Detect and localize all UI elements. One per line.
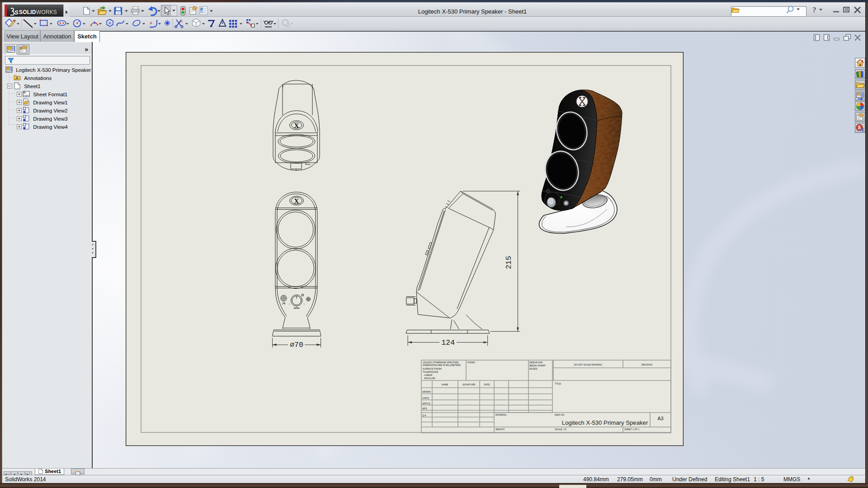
svg-text:WEIGHT:: WEIGHT: [495,428,505,431]
svg-text:APPV'D: APPV'D [422,402,430,405]
svg-text:FINISH:: FINISH: [467,361,476,364]
svg-text:S: S [858,125,861,130]
svg-text:REVISION: REVISION [642,363,652,366]
svg-text:215: 215 [505,256,513,269]
svg-text:TOLERANCES:: TOLERANCES: [423,371,439,373]
svg-text:CHK'D: CHK'D [422,397,429,399]
svg-text:DATE: DATE [484,383,491,386]
svg-text:BREAK SHARP: BREAK SHARP [529,364,546,367]
svg-text:MATERIAL:: MATERIAL: [495,413,507,416]
svg-text:LINEAR:: LINEAR: [424,374,433,376]
svg-text:Q.A: Q.A [422,414,426,417]
svg-text:SHEET 1 OF 1: SHEET 1 OF 1 [624,428,639,431]
svg-text:NAME: NAME [442,383,448,386]
svg-text:EDGES: EDGES [529,367,538,370]
svg-text:SCALE: 1:5: SCALE: 1:5 [555,428,566,431]
svg-text:⌀70: ⌀70 [290,341,303,349]
svg-text:SURFACE FINISH:: SURFACE FINISH: [423,367,442,370]
svg-text:DEBUR AND: DEBUR AND [529,361,543,364]
svg-text:124: 124 [441,338,455,347]
svg-text:ANGULAR:: ANGULAR: [424,377,436,380]
svg-text:DRAWN: DRAWN [422,390,431,393]
svg-text:TITLE:: TITLE: [555,382,561,385]
svg-text:DO NOT SCALE DRAWING: DO NOT SCALE DRAWING [574,363,603,366]
svg-text:?: ? [812,5,816,14]
svg-text:DIMENSIONS ARE IN MILLIMETERS: DIMENSIONS ARE IN MILLIMETERS [423,364,461,366]
svg-text:X: X [294,122,299,129]
svg-text:Logitech X-530 Primary Speaker: Logitech X-530 Primary Speaker [562,419,648,426]
svg-text:A3: A3 [657,416,663,421]
svg-text:DWG NO.: DWG NO. [555,413,565,416]
svg-text:X: X [294,197,299,205]
svg-text:MFG: MFG [422,407,427,410]
svg-text:SIGNATURE: SIGNATURE [462,383,476,386]
